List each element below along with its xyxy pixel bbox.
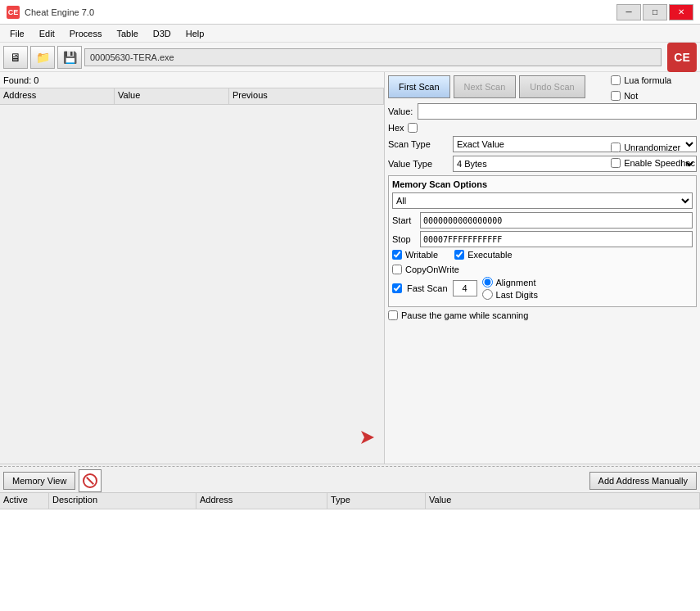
not-label: Not [624, 91, 638, 101]
memory-scan-title: Memory Scan Options [392, 179, 693, 189]
toolbar-btn-2[interactable]: 📁 [30, 46, 55, 69]
content-area: Found: 0 Address Value Previous [0, 72, 700, 464]
menu-process[interactable]: Process [63, 27, 109, 40]
start-label: Start [392, 215, 417, 225]
minimize-button[interactable]: ─ [616, 4, 641, 20]
found-bar: Found: 0 [0, 72, 384, 88]
stop-input[interactable] [420, 231, 693, 247]
stop-label: Stop [392, 234, 417, 244]
stop-button[interactable] [79, 469, 102, 492]
lua-formula-row: Lua formula [611, 75, 695, 85]
lua-formula-label: Lua formula [624, 75, 671, 85]
copyonwrite-checkbox[interactable] [392, 265, 402, 274]
we-row: Writable Executable [392, 250, 693, 262]
menu-d3d[interactable]: D3D [147, 27, 178, 40]
ct-col-type: Type [327, 493, 426, 509]
toolbar-btn-3[interactable]: 💾 [57, 46, 82, 69]
col-header-previous: Previous [229, 88, 384, 104]
bottom-area: Memory View Add Address Manually Active … [0, 464, 700, 611]
add-address-button[interactable]: Add Address Manually [589, 472, 697, 490]
right-panel-inner: First Scan Next Scan Undo Scan Value: He… [388, 75, 697, 320]
ct-col-address: Address [196, 493, 327, 509]
unrandomizer-checkbox[interactable] [611, 143, 621, 152]
menu-file[interactable]: File [3, 27, 31, 40]
unrandomizer-label: Unrandomizer [624, 143, 680, 152]
menu-help[interactable]: Help [179, 27, 211, 40]
process-bar: 00005630-TERA.exe [84, 48, 662, 66]
pause-checkbox[interactable] [388, 310, 398, 320]
scan-results-area [0, 105, 384, 464]
value-label: Value: [388, 106, 413, 116]
stop-icon [83, 473, 97, 488]
alignment-radio[interactable] [482, 277, 493, 287]
svg-marker-0 [361, 431, 374, 444]
ct-col-active: Active [0, 493, 49, 509]
pause-label: Pause the game while scanning [401, 310, 528, 320]
fast-scan-label: Fast Scan [407, 283, 448, 293]
writable-row: Writable [392, 250, 438, 260]
menu-table[interactable]: Table [110, 27, 144, 40]
toolbar: 🖥 📁 💾 00005630-TERA.exe CE [0, 43, 700, 72]
title-controls: ─ □ ✕ [616, 4, 693, 20]
first-scan-button[interactable]: First Scan [388, 75, 450, 98]
pause-row: Pause the game while scanning [388, 310, 697, 320]
enable-speedhac-row: Enable Speedhac [611, 158, 695, 168]
alignment-group: Alignment Last Digits [482, 277, 538, 300]
enable-speedhac-checkbox[interactable] [611, 158, 621, 168]
last-digits-label: Last Digits [496, 290, 538, 300]
cheat-table-header: Active Description Address Type Value [0, 493, 700, 509]
close-button[interactable]: ✕ [669, 4, 693, 20]
unrandomizer-row: Unrandomizer [611, 143, 695, 152]
right-panel: First Scan Next Scan Undo Scan Value: He… [385, 72, 700, 464]
copyonwrite-label: CopyOnWrite [405, 265, 459, 274]
scan-type-label: Scan Type [388, 139, 449, 149]
start-row: Start [392, 212, 693, 229]
bottom-toolbar: Memory View Add Address Manually [0, 468, 700, 493]
title-left: CE Cheat Engine 7.0 [7, 6, 94, 19]
start-input[interactable] [420, 212, 693, 229]
found-count: Found: 0 [3, 75, 38, 85]
hex-checkbox[interactable] [408, 123, 418, 133]
not-checkbox[interactable] [611, 91, 621, 101]
executable-label: Executable [467, 250, 512, 260]
ct-col-description: Description [49, 493, 196, 509]
process-name: 00005630-TERA.exe [90, 52, 174, 62]
fast-scan-row: Fast Scan Alignment Last Digits [392, 277, 693, 300]
col-header-value: Value [115, 88, 229, 104]
writable-label: Writable [405, 250, 438, 260]
scan-arrow-icon [358, 428, 377, 447]
separator [0, 466, 700, 467]
maximize-button[interactable]: □ [643, 4, 667, 20]
memory-type-select[interactable]: All Writable Executable CopyOnWrite [392, 192, 693, 209]
fast-scan-input[interactable] [453, 280, 477, 296]
ct-col-value: Value [426, 493, 700, 509]
memory-view-button[interactable]: Memory View [3, 472, 75, 490]
cheat-table-list[interactable] [0, 509, 700, 611]
last-digits-row: Last Digits [482, 289, 538, 300]
right-side-opts: Lua formula Not Unrandomizer Enable Spee… [611, 75, 695, 170]
hex-label: Hex [388, 123, 404, 133]
alignment-label: Alignment [496, 278, 536, 287]
executable-row: Executable [454, 250, 512, 260]
fast-scan-checkbox[interactable] [392, 283, 402, 293]
next-scan-button[interactable]: Next Scan [454, 75, 517, 98]
scan-results-header: Address Value Previous [0, 88, 384, 105]
menu-bar: File Edit Process Table D3D Help [0, 25, 700, 43]
stop-row: Stop [392, 231, 693, 247]
executable-checkbox[interactable] [454, 250, 464, 260]
not-row: Not [611, 91, 695, 101]
app-icon: CE [7, 6, 20, 19]
title-bar: CE Cheat Engine 7.0 ─ □ ✕ [0, 0, 700, 25]
app-title: Cheat Engine 7.0 [25, 7, 94, 17]
col-header-address: Address [0, 88, 115, 104]
left-panel: Found: 0 Address Value Previous [0, 72, 385, 464]
writable-checkbox[interactable] [392, 250, 402, 260]
alignment-row: Alignment [482, 277, 538, 287]
lua-formula-checkbox[interactable] [611, 75, 621, 85]
enable-speedhac-label: Enable Speedhac [624, 158, 695, 168]
undo-scan-button[interactable]: Undo Scan [519, 75, 585, 98]
last-digits-radio[interactable] [482, 289, 493, 300]
main-area: Found: 0 Address Value Previous [0, 72, 700, 611]
menu-edit[interactable]: Edit [33, 27, 61, 40]
toolbar-btn-1[interactable]: 🖥 [3, 46, 28, 69]
